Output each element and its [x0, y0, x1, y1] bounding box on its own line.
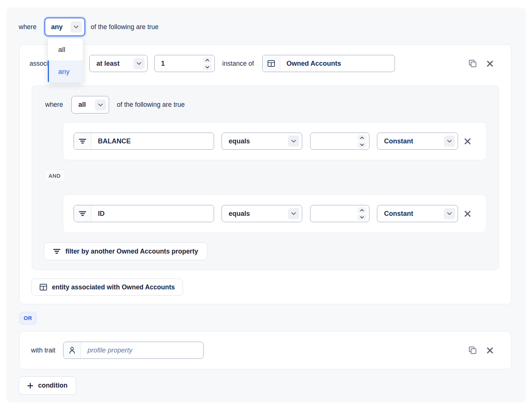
property-value: BALANCE — [92, 137, 131, 145]
value-type-value: Constant — [384, 210, 413, 218]
remove-filter-button[interactable] — [464, 138, 471, 145]
following-true-label: of the following are true — [117, 101, 185, 109]
person-icon — [64, 342, 81, 358]
nested-filter-group: where all of the following are true BALA… — [32, 86, 499, 270]
filter-icon — [74, 133, 92, 149]
or-badge: OR — [19, 312, 36, 324]
duplicate-condition-button[interactable] — [468, 59, 477, 68]
top-logic-row: where any all any of the following are t… — [19, 18, 526, 36]
following-true-label: of the following are true — [91, 23, 159, 31]
add-condition-label: condition — [38, 382, 68, 389]
trait-property-input[interactable] — [81, 342, 203, 358]
entity-condition-card: associated with at least instance of Own… — [19, 44, 511, 304]
filter-icon — [74, 205, 92, 222]
remove-condition-button[interactable] — [486, 347, 494, 354]
value-field — [310, 133, 369, 150]
remove-condition-button[interactable] — [486, 60, 494, 67]
trait-property-field — [63, 342, 204, 359]
entity-associated-label: entity associated with Owned Accounts — [52, 283, 175, 291]
trait-condition-card: with trait — [19, 331, 511, 369]
caret-up-icon[interactable] — [358, 207, 366, 213]
remove-filter-button[interactable] — [464, 210, 471, 217]
logic-select-wrap: any all any — [44, 18, 85, 36]
add-condition-button[interactable]: condition — [19, 376, 76, 395]
comparison-value: equals — [229, 210, 250, 218]
nested-logic-row: where all of the following are true — [45, 96, 499, 114]
chevron-down-icon — [444, 136, 455, 147]
chevron-down-icon — [288, 136, 299, 147]
any-all-select[interactable]: any — [44, 18, 85, 36]
where-label: where — [45, 101, 63, 109]
any-all-dropdown-menu: all any — [47, 38, 83, 83]
comparison-select[interactable]: equals — [222, 133, 302, 150]
where-label: where — [19, 23, 37, 31]
chevron-down-icon — [95, 99, 106, 111]
value-input[interactable] — [310, 205, 358, 222]
plus-icon — [27, 383, 33, 389]
instance-count-input[interactable] — [155, 55, 203, 72]
chevron-down-icon — [71, 21, 82, 32]
chevron-down-icon — [288, 208, 299, 219]
add-property-filter-label: filter by another Owned Accounts propert… — [65, 248, 198, 255]
with-trait-label: with trait — [31, 347, 55, 354]
entity-condition-row: associated with at least instance of Own… — [30, 55, 494, 72]
chevron-down-icon — [444, 208, 455, 219]
caret-up-icon[interactable] — [358, 135, 366, 141]
caret-down-icon[interactable] — [203, 64, 212, 70]
entity-associated-button[interactable]: entity associated with Owned Accounts — [31, 279, 183, 296]
trait-condition-row: with trait — [31, 342, 494, 359]
count-operator-select[interactable]: at least — [89, 55, 148, 72]
dropdown-option-any[interactable]: any — [48, 60, 83, 83]
caret-down-icon[interactable] — [358, 214, 366, 220]
value-steppers — [358, 135, 366, 148]
condition-builder-panel: where any all any of the following are t… — [6, 7, 526, 403]
caret-down-icon[interactable] — [358, 142, 366, 148]
instance-count-field — [154, 55, 215, 72]
value-type-value: Constant — [384, 137, 413, 145]
property-condition-row: BALANCE equals Constant — [74, 133, 486, 150]
nested-any-all-select[interactable]: all — [71, 96, 109, 114]
nested-any-all-value: all — [78, 101, 86, 109]
count-operator-value: at least — [96, 60, 120, 68]
property-select[interactable]: ID — [74, 205, 214, 222]
value-field — [310, 205, 369, 222]
property-condition-card: ID equals Constant — [63, 195, 486, 233]
and-badge: AND — [44, 170, 65, 182]
value-type-select[interactable]: Constant — [377, 205, 458, 222]
count-steppers — [203, 57, 212, 70]
property-select[interactable]: BALANCE — [74, 133, 214, 150]
comparison-select[interactable]: equals — [222, 205, 302, 222]
caret-up-icon[interactable] — [203, 57, 212, 63]
chevron-down-icon — [133, 58, 145, 69]
filter-icon — [53, 249, 61, 254]
duplicate-condition-button[interactable] — [468, 346, 477, 354]
dropdown-option-all[interactable]: all — [48, 38, 83, 60]
value-type-select[interactable]: Constant — [377, 133, 458, 150]
value-steppers — [358, 207, 366, 220]
table-icon — [40, 284, 47, 291]
property-condition-row: ID equals Constant — [74, 205, 486, 222]
entity-select[interactable]: Owned Accounts — [262, 55, 395, 72]
add-property-filter-button[interactable]: filter by another Owned Accounts propert… — [44, 242, 207, 260]
property-condition-card: BALANCE equals Constant — [63, 122, 486, 160]
property-value: ID — [92, 210, 105, 218]
instance-of-label: instance of — [222, 60, 254, 68]
value-input[interactable] — [310, 133, 358, 149]
any-all-select-value: any — [51, 23, 63, 31]
entity-name-value: Owned Accounts — [280, 60, 341, 68]
table-icon — [263, 55, 280, 72]
comparison-value: equals — [229, 137, 250, 145]
